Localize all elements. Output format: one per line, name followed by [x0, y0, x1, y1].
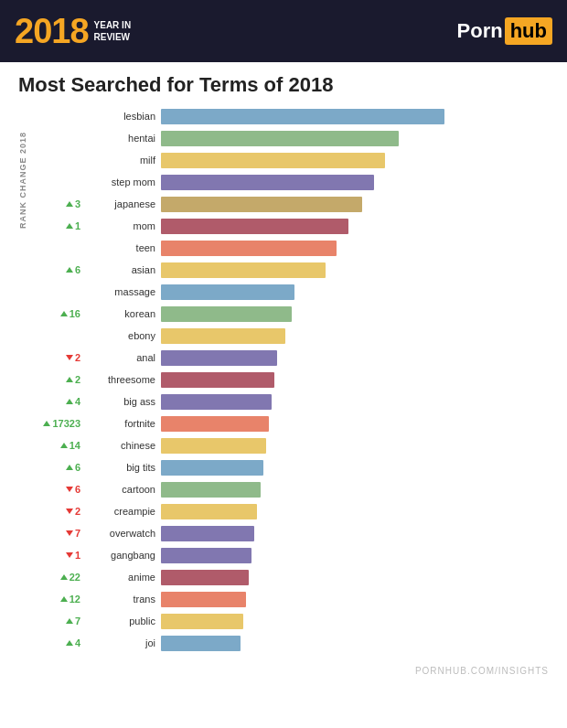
rank-change-label: 16 — [31, 308, 86, 319]
bar-fill — [161, 197, 362, 212]
bar-fill — [161, 526, 254, 541]
bar-row: 16korean — [31, 304, 549, 324]
bar-wrap — [161, 592, 549, 607]
rank-change-label: 6 — [31, 462, 86, 473]
bar-row: 4big ass — [31, 391, 549, 412]
rank-change-label: 14 — [31, 440, 86, 451]
rank-change-label: 7 — [31, 616, 86, 626]
content-area: Most Searched for Terms of 2018 RANK CHA… — [0, 62, 567, 662]
bar-label: gangbang — [86, 550, 161, 561]
bar-row: 4joi — [31, 633, 549, 653]
rank-change-label: 6 — [31, 484, 86, 495]
bar-row: 6cartoon — [31, 479, 549, 499]
down-arrow-icon — [66, 530, 73, 536]
bar-row: hentai — [31, 128, 549, 148]
bar-fill — [161, 328, 285, 344]
bar-row: teen — [31, 238, 549, 258]
bar-label: big tits — [86, 462, 161, 473]
rank-change-label: 4 — [31, 396, 86, 407]
up-arrow-icon — [66, 640, 73, 646]
bar-label: joi — [86, 637, 161, 648]
bar-fill — [161, 636, 241, 651]
bar-row: 7overwatch — [31, 523, 549, 543]
rank-change-label: 6 — [31, 264, 86, 275]
bar-row: 22anime — [31, 567, 549, 587]
rank-change-label: 1 — [31, 220, 86, 231]
bar-wrap — [161, 548, 549, 563]
rank-change-label: 22 — [31, 572, 86, 583]
bar-label: overwatch — [86, 528, 161, 539]
bar-row: 17323fortnite — [31, 413, 549, 434]
bar-label: hentai — [86, 133, 161, 144]
rank-change-label: 3 — [31, 198, 86, 209]
bar-wrap — [161, 241, 549, 256]
bar-fill — [161, 350, 277, 366]
pornhub-logo: Pornhub — [457, 17, 552, 45]
bar-fill — [161, 482, 261, 498]
bar-label: fortnite — [86, 418, 161, 429]
bar-wrap — [161, 504, 549, 519]
rank-change-label: 2 — [31, 506, 86, 517]
bar-label: japanese — [86, 198, 161, 209]
bar-row: 1mom — [31, 216, 549, 236]
rank-axis-label-col: RANK CHANGE 2018 — [18, 106, 27, 232]
bar-wrap — [161, 372, 549, 388]
bar-fill — [161, 438, 266, 454]
bar-label: anal — [86, 352, 161, 363]
bar-wrap — [161, 328, 549, 344]
bar-wrap — [161, 460, 549, 476]
bar-wrap — [161, 526, 549, 541]
bar-wrap — [161, 175, 549, 190]
bar-fill — [161, 614, 243, 629]
up-arrow-icon — [66, 399, 73, 404]
bar-fill — [161, 284, 294, 300]
up-arrow-icon — [66, 223, 73, 229]
up-arrow-icon — [60, 574, 68, 580]
footer: PORNHUB.COM/INSIGHTS — [0, 662, 567, 680]
up-arrow-icon — [60, 596, 68, 602]
up-arrow-icon — [66, 267, 73, 273]
page-title: Most Searched for Terms of 2018 — [18, 73, 549, 97]
bar-fill — [161, 153, 385, 168]
bar-wrap — [161, 219, 549, 234]
bar-wrap — [161, 636, 549, 651]
bar-row: massage — [31, 282, 549, 302]
bar-row: 2threesome — [31, 369, 549, 390]
bar-wrap — [161, 350, 549, 366]
bar-wrap — [161, 131, 549, 146]
bar-fill — [161, 394, 272, 410]
rank-change-label: 2 — [31, 374, 86, 385]
bar-wrap — [161, 109, 549, 124]
bar-wrap — [161, 262, 549, 278]
bar-label: anime — [86, 572, 161, 583]
chart-container: RANK CHANGE 2018 lesbianhentaimilfstep m… — [18, 106, 549, 655]
bar-label: step mom — [86, 177, 161, 187]
up-arrow-icon — [60, 311, 68, 316]
bar-wrap — [161, 197, 549, 212]
rank-change-label: 17323 — [31, 418, 86, 429]
bar-label: chinese — [86, 440, 161, 451]
rank-change-label: 4 — [31, 637, 86, 648]
bar-row: 12trans — [31, 589, 549, 609]
bar-fill — [161, 416, 269, 432]
bar-fill — [161, 175, 374, 190]
up-arrow-icon — [60, 443, 68, 448]
bar-label: creampie — [86, 506, 161, 517]
rank-change-label: 12 — [31, 594, 86, 605]
bar-row: 1gangbang — [31, 545, 549, 565]
bar-row: milf — [31, 150, 549, 170]
bar-row: 14chinese — [31, 435, 549, 455]
year-badge: 2018 YEAR IN REVIEW — [15, 14, 131, 48]
bar-label: massage — [86, 286, 161, 297]
down-arrow-icon — [66, 509, 73, 514]
up-arrow-icon — [66, 201, 73, 207]
down-arrow-icon — [66, 487, 73, 492]
bar-row: 3japanese — [31, 194, 549, 214]
year-sub: YEAR IN REVIEW — [94, 19, 132, 43]
bar-label: big ass — [86, 396, 161, 407]
bar-fill — [161, 306, 292, 322]
bar-wrap — [161, 394, 549, 410]
bar-wrap — [161, 614, 549, 629]
logo-porn: Porn — [457, 19, 503, 43]
bar-label: milf — [86, 155, 161, 166]
